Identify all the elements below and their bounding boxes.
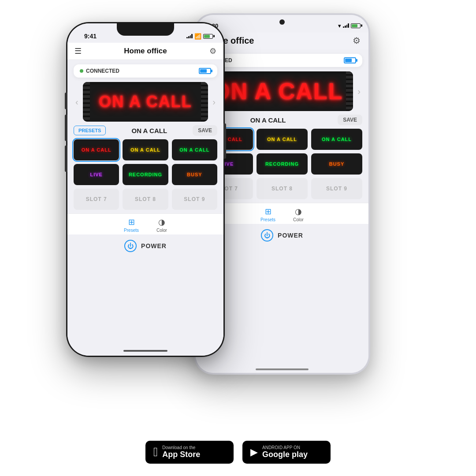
android-text-row: ON A CALL SAVE	[202, 115, 362, 125]
iphone-header-title: Home office	[82, 47, 209, 56]
presets-badge[interactable]: PRESETS	[74, 126, 106, 135]
iphone-status-icons: 📶	[186, 33, 213, 40]
iphone-bottom-tabs: ⊞ Presets ◑ Color	[67, 213, 223, 234]
battery-icon	[351, 23, 361, 28]
presets-grid-icon: ⊞	[128, 217, 135, 227]
signal-icon	[343, 23, 349, 28]
battery-icon	[203, 34, 213, 39]
android-settings-icon[interactable]: ⚙	[353, 35, 361, 46]
iphone-screen: 9:41 📶 ☰ Home office	[67, 23, 223, 356]
battery-fill	[345, 59, 352, 62]
android-bottom-bar	[256, 368, 309, 370]
preset-3[interactable]: ON A CALL	[311, 129, 362, 150]
android-status-icons: ▾	[338, 22, 361, 29]
iphone-power-label: POWER	[141, 242, 167, 249]
color-circle-icon: ◑	[295, 207, 302, 216]
iphone-left-arrow[interactable]: ‹	[74, 95, 80, 109]
android-power-label: POWER	[278, 232, 303, 239]
iphone-preset-4[interactable]: LIVE	[74, 164, 119, 185]
appstore-badge[interactable]:  Download on the App Store	[145, 441, 234, 464]
iphone-notch	[117, 23, 174, 36]
iphone-preset-2[interactable]: ON A CALL	[123, 139, 168, 160]
preset-slot8[interactable]: SLOT 8	[257, 178, 308, 199]
appstore-main-label: App Store	[162, 450, 200, 459]
android-connected-bar: ECTED	[202, 54, 362, 67]
iphone-time: 9:41	[84, 33, 97, 40]
iphone-tab-presets[interactable]: ⊞ Presets	[124, 217, 139, 233]
iphone-connected-text: CONNECTED	[80, 68, 119, 74]
iphone-slot8[interactable]: SLOT 8	[123, 189, 168, 210]
preset-6[interactable]: BUSY	[311, 153, 362, 175]
badges-row:  Download on the App Store ▶ ANDROID AP…	[145, 441, 331, 464]
iphone-right-arrow[interactable]: ›	[211, 95, 217, 109]
iphone-battery	[199, 68, 211, 74]
iphone-preset-6[interactable]: BUSY	[172, 164, 217, 185]
iphone-power-icon[interactable]: ⏻	[124, 240, 137, 252]
iphone-tab-color[interactable]: ◑ Color	[156, 217, 167, 233]
iphone-led-sign: ON A CALL	[83, 82, 208, 122]
googleplay-badge[interactable]: ▶ ANDROID APP ON Google play	[242, 441, 331, 464]
googleplay-sub-label: ANDROID APP ON	[262, 445, 308, 450]
iphone-slot7[interactable]: SLOT 7	[74, 189, 119, 210]
iphone-app-header: ☰ Home office ⚙	[67, 43, 223, 60]
iphone-sign-container: ‹ ON A CALL ›	[74, 82, 217, 122]
iphone-settings-icon[interactable]: ⚙	[209, 46, 216, 56]
apple-icon: 	[153, 445, 158, 459]
android-sign-container: ON A CALL ›	[202, 71, 362, 111]
preset-2[interactable]: ON A CALL	[257, 129, 308, 150]
iphone-presets-grid: ON A CALL ON A CALL ON A CALL LIVE RECOR…	[74, 139, 217, 210]
iphone-phone: 9:41 📶 ☰ Home office	[66, 22, 225, 357]
hamburger-icon[interactable]: ☰	[74, 46, 82, 56]
android-tab-color[interactable]: ◑ Color	[293, 207, 304, 222]
googleplay-main-label: Google play	[262, 450, 308, 459]
iphone-preset-3[interactable]: ON A CALL	[172, 139, 217, 160]
android-tab-presets[interactable]: ⊞ Presets	[260, 207, 275, 222]
appstore-text: Download on the App Store	[162, 445, 200, 459]
iphone-save-button[interactable]: SAVE	[193, 125, 217, 136]
scene: 12:30 ▾ Home	[40, 13, 436, 401]
wifi-icon: 📶	[194, 33, 201, 40]
color-circle-icon: ◑	[158, 217, 165, 227]
android-led-text: ON A CALL	[212, 78, 343, 104]
android-camera	[279, 19, 285, 25]
android-right-arrow[interactable]: ›	[356, 85, 362, 98]
signal-icon	[186, 34, 193, 38]
googleplay-text: ANDROID APP ON Google play	[262, 445, 308, 459]
iphone-connected-bar: CONNECTED	[74, 64, 217, 78]
android-power-icon[interactable]: ⏻	[261, 229, 273, 242]
preset-5[interactable]: RECORDING	[257, 153, 308, 175]
battery-fill	[200, 69, 207, 73]
connected-dot	[80, 69, 83, 73]
ridge-right	[223, 123, 226, 159]
appstore-sub-label: Download on the	[162, 445, 200, 450]
wifi-icon: ▾	[338, 22, 341, 29]
android-save-button[interactable]: SAVE	[338, 115, 362, 125]
iphone-bottom-bar	[123, 350, 167, 352]
preset-slot9[interactable]: SLOT 9	[311, 178, 362, 199]
presets-grid-icon: ⊞	[265, 207, 271, 216]
iphone-led-text: ON A CALL	[99, 93, 192, 111]
google-play-icon: ▶	[250, 446, 258, 458]
iphone-power-row: ⏻ POWER	[67, 234, 223, 258]
iphone-slot9[interactable]: SLOT 9	[172, 189, 217, 210]
iphone-text-row: PRESETS ON A CALL SAVE	[74, 125, 217, 136]
iphone-preset-1[interactable]: ON A CALL	[74, 139, 119, 160]
iphone-input-text: ON A CALL	[109, 127, 189, 134]
android-battery	[344, 57, 356, 63]
iphone-preset-5[interactable]: RECORDING	[123, 164, 168, 185]
